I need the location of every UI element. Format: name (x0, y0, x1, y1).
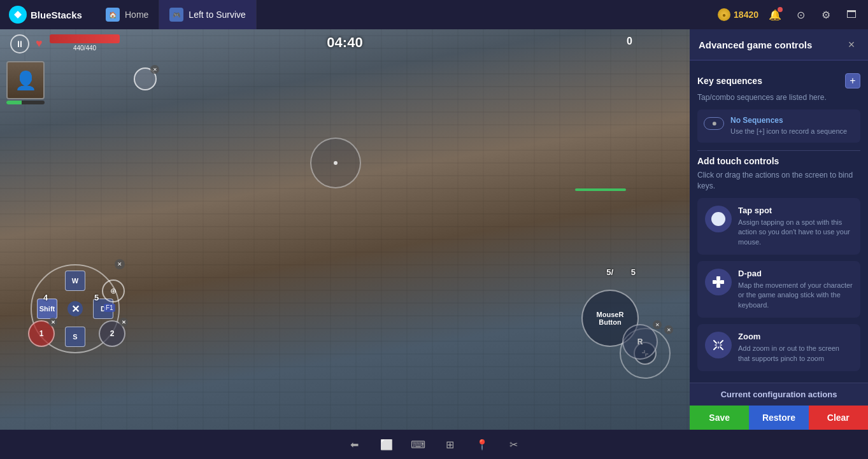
sequence-icon: ⏺ (704, 117, 724, 130)
bluestacks-name: BlueStacks (31, 10, 82, 20)
add-touch-desc: Click or drag the actions on the screen … (697, 170, 860, 192)
weapon-slot-1[interactable]: 1 ✕ (28, 320, 55, 347)
key-sequences-add-btn[interactable]: + (845, 73, 860, 88)
tap-spot-card-desc: Assign tapping on a spot with this actio… (738, 218, 853, 247)
timer-display: 04:40 (327, 34, 362, 51)
health-bar-container: 440/440 (50, 34, 120, 52)
right-panel: Advanced game controls × Key sequences +… (690, 29, 868, 430)
dpad-card-title: D-pad (738, 269, 853, 278)
r-slot-label: R (637, 337, 643, 346)
avatar-face: 👤 (8, 62, 43, 98)
keyboard-button[interactable]: ⌨ (408, 434, 429, 455)
back-button[interactable]: ⬅ (344, 434, 366, 455)
dpad-up-key[interactable]: W (65, 271, 85, 291)
top-bar: BlueStacks 🏠 Home 🎮 Left to Survive ● 18… (0, 0, 868, 29)
dpad-card-desc: Map the movement of your character or th… (738, 281, 853, 310)
minimize-button[interactable]: 🗖 (843, 6, 860, 24)
health-text: 440/440 (50, 45, 120, 52)
green-bar (575, 188, 626, 191)
game-tab[interactable]: 🎮 Left to Survive (159, 0, 257, 29)
tap-spot-card-title: Tap spot (738, 206, 853, 215)
scope-dot (334, 161, 338, 165)
home-tab-icon: 🏠 (106, 8, 120, 22)
bluestacks-logo: BlueStacks (0, 6, 96, 24)
coin-display: ● 18420 (718, 8, 758, 21)
slot-1-close[interactable]: ✕ (48, 318, 57, 327)
svg-rect-2 (716, 284, 720, 288)
display-button[interactable]: ⊞ (439, 434, 461, 455)
game-hud: ⏸ ♥ 440/440 04:40 👤 (0, 29, 690, 430)
slot-1-label: 1 (39, 329, 44, 338)
notification-button[interactable]: 🔔 (766, 6, 784, 24)
location-button[interactable]: 📍 (471, 434, 493, 455)
key-sequences-desc: Tap/combo sequences are listed here. (697, 92, 860, 103)
svg-marker-0 (14, 11, 22, 18)
level-bar-fill (6, 101, 22, 104)
svg-rect-4 (720, 280, 724, 284)
bluestacks-icon (9, 6, 27, 24)
crosshair-control[interactable]: ⊕ (102, 279, 125, 302)
key-sequences-section-header: Key sequences + (697, 73, 860, 88)
home-tab[interactable]: 🏠 Home (96, 0, 159, 29)
weapon-slot-2[interactable]: 2 ✕ (99, 320, 125, 347)
key-sequences-title: Key sequences (697, 76, 762, 86)
dpad-close-btn[interactable]: ✕ (115, 259, 125, 269)
topbar-right: ● 18420 🔔 ⊙ ⚙ 🗖 (710, 6, 868, 24)
add-touch-section-header: Add touch controls (697, 156, 860, 166)
panel-close-button[interactable]: × (844, 37, 859, 52)
dpad-card-icon (705, 269, 732, 295)
svg-rect-5 (716, 280, 720, 284)
panel-title: Advanced game controls (699, 39, 812, 50)
tap-spot-card-body: Tap spot Assign tapping on a spot with t… (738, 206, 853, 247)
config-actions-title: Current configuration actions (721, 390, 837, 399)
coin-icon: ● (718, 8, 730, 21)
no-sequences-card: ⏺ No Sequences Use the [+] icon to recor… (697, 109, 860, 143)
coin-amount: 18420 (734, 10, 758, 20)
screenshot-button[interactable]: ✂ (503, 434, 525, 455)
game-area: ⏸ ♥ 440/440 04:40 👤 (0, 29, 690, 430)
section-divider-1 (697, 150, 860, 151)
ammo-number: 0 (627, 36, 632, 46)
hud-top: ⏸ ♥ 440/440 04:40 (0, 29, 690, 56)
tap-spot-card[interactable]: Tap spot Assign tapping on a spot with t… (697, 198, 860, 255)
home-tab-label: Home (125, 10, 148, 20)
game-tab-label: Left to Survive (189, 10, 246, 20)
r-slot-close[interactable]: ✕ (653, 320, 662, 329)
ammo-5-bot: 5 (631, 267, 636, 277)
panel-header: Advanced game controls × (690, 29, 868, 60)
slot-num-5: 5 (94, 293, 99, 302)
no-seq-text: No Sequences Use the [+] icon to record … (730, 116, 847, 136)
health-bar-fill (50, 34, 120, 43)
bottom-bar: ⬅ ⬜ ⌨ ⊞ 📍 ✂ (0, 430, 868, 459)
zoom-close-btn[interactable]: ✕ (664, 325, 673, 334)
dpad-center: ✕ (68, 301, 83, 316)
clear-button[interactable]: Clear (809, 406, 868, 430)
crosshair-label: F1 (104, 304, 115, 312)
tap-spot-icon (705, 206, 732, 232)
top-circle-control[interactable]: ✕ (134, 67, 157, 90)
zoom-card-body: Zoom Add zoom in or out to the screen th… (738, 332, 853, 364)
controller-button[interactable]: ⊙ (792, 6, 809, 24)
game-tab-icon: 🎮 (169, 8, 183, 22)
save-button[interactable]: Save (690, 406, 749, 430)
restore-button[interactable]: Restore (749, 406, 808, 430)
dpad-down-key[interactable]: S (65, 327, 85, 347)
svg-rect-3 (713, 280, 716, 284)
zoom-card[interactable]: Zoom Add zoom in or out to the screen th… (697, 324, 860, 371)
r-slot[interactable]: R (622, 324, 658, 360)
top-circle-close[interactable]: ✕ (150, 65, 159, 74)
heart-icon: ♥ (36, 37, 43, 50)
level-bar (6, 101, 45, 104)
zoom-card-desc: Add zoom in or out to the screen that su… (738, 344, 853, 364)
zoom-card-title: Zoom (738, 332, 853, 341)
pause-button[interactable]: ⏸ (10, 34, 29, 53)
home-button[interactable]: ⬜ (376, 434, 397, 455)
health-bar-bg (50, 34, 120, 43)
zoom-card-icon (705, 332, 732, 358)
ammo-5-top: 5/ (606, 267, 613, 277)
slot-2-close[interactable]: ✕ (119, 318, 128, 327)
player-avatar: 👤 (6, 61, 45, 99)
settings-button[interactable]: ⚙ (817, 6, 835, 24)
config-actions-header: Current configuration actions (690, 383, 868, 406)
dpad-card[interactable]: D-pad Map the movement of your character… (697, 261, 860, 318)
